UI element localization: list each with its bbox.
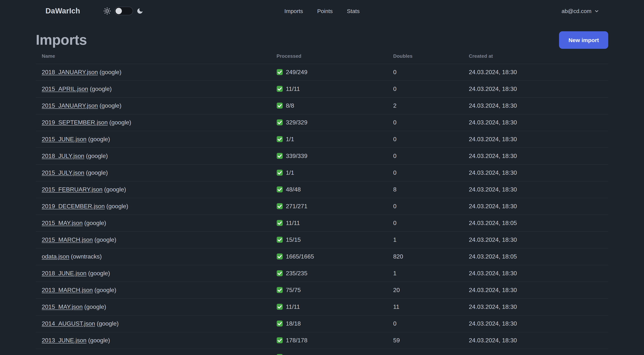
created-at-cell: 24.03.2024, 18:30 [463, 114, 608, 131]
processed-count: 271/271 [286, 203, 308, 210]
processed-cell: 1/1 [270, 164, 387, 181]
import-name-cell [36, 349, 270, 355]
app-viewport: DaWarIch Imports Points Stats [0, 0, 644, 355]
import-source: (google) [105, 203, 128, 209]
imports-table-head: Name Processed Doubles Created at [36, 49, 608, 64]
created-at-cell [463, 349, 608, 355]
success-check-icon [276, 354, 283, 355]
import-file-link[interactable]: 2015_MARCH.json [42, 236, 93, 243]
import-file-link[interactable]: odata.json [42, 253, 69, 260]
processed-count: 178/178 [286, 337, 308, 344]
account-email: ab@cd.com [562, 8, 592, 14]
import-file-link[interactable]: 2015_MAY.json [42, 303, 82, 310]
success-check-icon [276, 186, 283, 193]
created-at-cell: 24.03.2024, 18:30 [463, 282, 608, 298]
processed-cell [270, 349, 387, 355]
import-name-cell: 2015_JUNE.json (google) [36, 131, 270, 147]
processed-count: 235/235 [286, 270, 308, 277]
import-file-link[interactable]: 2015_JULY.json [42, 169, 84, 176]
import-source: (google) [95, 320, 118, 327]
account-menu[interactable]: ab@cd.com [562, 8, 599, 14]
chevron-down-icon [594, 8, 599, 13]
app-logo[interactable]: DaWarIch [46, 7, 80, 15]
created-at-cell: 24.03.2024, 18:30 [463, 332, 608, 349]
processed-cell: 1665/1665 [270, 248, 387, 265]
table-row: 2015_JUNE.json (google)1/1024.03.2024, 1… [36, 131, 608, 147]
doubles-cell: 0 [387, 80, 463, 97]
success-check-icon [276, 86, 283, 92]
import-source: (google) [84, 153, 108, 159]
import-name-cell: 2018_JULY.json (google) [36, 147, 270, 164]
success-check-icon [276, 220, 283, 226]
processed-cell: 271/271 [270, 198, 387, 215]
table-row: 2015_MAY.json (google)11/111124.03.2024,… [36, 298, 608, 315]
processed-count: 18/18 [286, 320, 301, 327]
created-at-cell: 24.03.2024, 18:30 [463, 298, 608, 315]
import-source: (google) [88, 85, 112, 92]
import-file-link[interactable]: 2015_MAY.json [42, 220, 82, 226]
import-source: (google) [82, 220, 106, 226]
nav-item-stats[interactable]: Stats [347, 8, 360, 14]
import-source: (google) [102, 186, 126, 192]
processed-cell: 8/8 [270, 97, 387, 114]
import-file-link[interactable]: 2015_JUNE.json [42, 136, 86, 142]
created-at-cell: 24.03.2024, 18:30 [463, 64, 608, 80]
import-file-link[interactable]: 2019_DECEMBER.json [42, 203, 105, 209]
success-check-icon [276, 304, 283, 310]
created-at-cell: 24.03.2024, 18:05 [463, 248, 608, 265]
new-import-button[interactable]: New import [559, 31, 608, 49]
import-name-cell: 2014_AUGUST.json (google) [36, 315, 270, 332]
doubles-cell: 0 [387, 64, 463, 80]
import-name-cell: 2018_JUNE.json (google) [36, 265, 270, 282]
created-at-cell: 24.03.2024, 18:30 [463, 97, 608, 114]
processed-count: 11/11 [286, 220, 300, 226]
processed-count: 8/8 [286, 102, 294, 109]
table-row: 2015_FEBRUARY.json (google)48/48824.03.2… [36, 181, 608, 198]
column-header-processed: Processed [270, 49, 387, 64]
import-source: (google) [84, 169, 108, 176]
import-file-link[interactable]: 2018_JUNE.json [42, 270, 86, 276]
doubles-cell: 0 [387, 114, 463, 131]
created-at-cell: 24.03.2024, 18:30 [463, 198, 608, 215]
import-name-cell: 2019_DECEMBER.json (google) [36, 198, 270, 215]
import-name-cell: 2018_JANUARY.json (google) [36, 64, 270, 80]
page-header: Imports New import [36, 31, 608, 49]
import-file-link[interactable]: 2015_JANUARY.json [42, 102, 98, 109]
table-row: 2015_MARCH.json (google)15/15124.03.2024… [36, 231, 608, 248]
import-source: (google) [86, 337, 110, 343]
import-file-link[interactable]: 2018_JULY.json [42, 153, 84, 159]
doubles-cell: 8 [387, 181, 463, 198]
import-source: (google) [86, 136, 110, 142]
import-name-cell: 2015_MAY.json (google) [36, 298, 270, 315]
import-file-link[interactable]: 2014_AUGUST.json [42, 320, 95, 327]
processed-cell: 18/18 [270, 315, 387, 332]
table-row: 2015_APRIL.json (google)11/11024.03.2024… [36, 80, 608, 97]
created-at-cell: 24.03.2024, 18:30 [463, 147, 608, 164]
import-name-cell: odata.json (owntracks) [36, 248, 270, 265]
doubles-cell: 0 [387, 198, 463, 215]
table-row: 2019_SEPTEMBER.json (google)329/329024.0… [36, 114, 608, 131]
success-check-icon [276, 119, 283, 125]
sun-icon [103, 7, 111, 15]
import-name-cell: 2015_JANUARY.json (google) [36, 97, 270, 114]
import-file-link[interactable]: 2018_JANUARY.json [42, 69, 98, 75]
doubles-cell: 0 [387, 147, 463, 164]
processed-cell: 339/339 [270, 147, 387, 164]
doubles-cell: 0 [387, 164, 463, 181]
doubles-cell: 59 [387, 332, 463, 349]
success-check-icon [276, 69, 283, 75]
imports-table: Name Processed Doubles Created at 2018_J… [36, 49, 608, 355]
created-at-cell: 24.03.2024, 18:30 [463, 164, 608, 181]
nav-item-imports[interactable]: Imports [284, 8, 303, 14]
created-at-cell: 24.03.2024, 18:05 [463, 215, 608, 231]
nav-item-points[interactable]: Points [317, 8, 332, 14]
import-file-link[interactable]: 2013_JUNE.json [42, 337, 86, 343]
import-file-link[interactable]: 2015_FEBRUARY.json [42, 186, 102, 192]
theme-toggle[interactable] [114, 7, 133, 15]
doubles-cell: 0 [387, 215, 463, 231]
theme-switcher [103, 7, 144, 15]
import-file-link[interactable]: 2015_APRIL.json [42, 85, 88, 92]
import-file-link[interactable]: 2013_MARCH.json [42, 287, 93, 293]
import-file-link[interactable]: 2019_SEPTEMBER.json [42, 119, 108, 125]
processed-cell: 48/48 [270, 181, 387, 198]
